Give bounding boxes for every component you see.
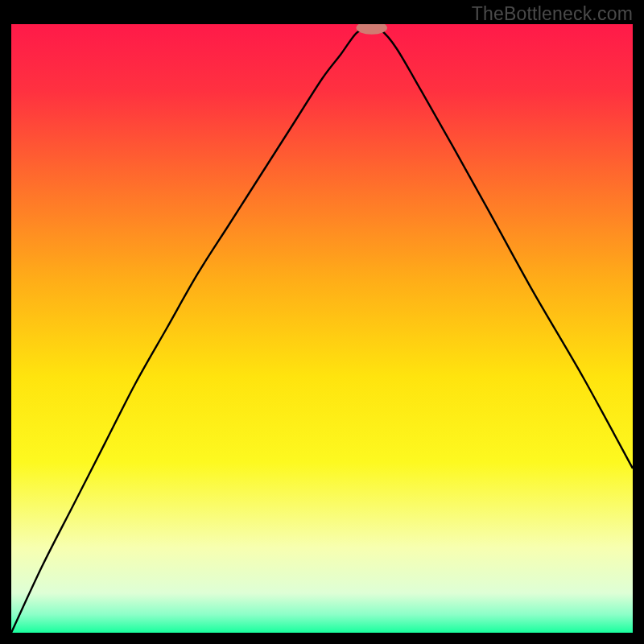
gradient-background	[11, 24, 633, 633]
chart-svg	[11, 24, 633, 633]
chart-frame	[11, 24, 633, 633]
watermark-text: TheBottleneck.com	[472, 3, 633, 25]
plot-area	[11, 24, 633, 633]
